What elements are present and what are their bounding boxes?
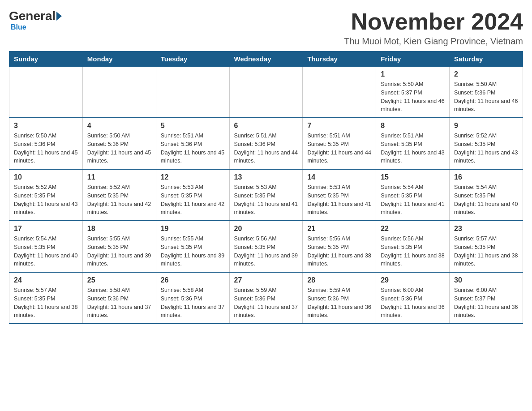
day-info: Sunrise: 5:59 AMSunset: 5:36 PMDaylight:…	[234, 286, 298, 320]
calendar-cell: 27Sunrise: 5:59 AMSunset: 5:36 PMDayligh…	[229, 272, 303, 324]
day-info: Sunrise: 6:00 AMSunset: 5:36 PMDaylight:…	[381, 286, 445, 320]
day-number: 18	[87, 225, 151, 233]
day-number: 26	[161, 276, 225, 284]
calendar-cell: 10Sunrise: 5:52 AMSunset: 5:35 PMDayligh…	[9, 169, 83, 221]
day-number: 22	[381, 225, 445, 233]
calendar-week-row: 10Sunrise: 5:52 AMSunset: 5:35 PMDayligh…	[9, 169, 523, 221]
calendar-cell: 11Sunrise: 5:52 AMSunset: 5:35 PMDayligh…	[82, 169, 156, 221]
title-section: November 2024 Thu Muoi Mot, Kien Giang P…	[344, 9, 523, 47]
day-number: 8	[381, 122, 445, 130]
calendar-cell: 13Sunrise: 5:53 AMSunset: 5:35 PMDayligh…	[229, 169, 303, 221]
calendar-cell: 16Sunrise: 5:54 AMSunset: 5:35 PMDayligh…	[450, 169, 523, 221]
day-number: 5	[161, 122, 225, 130]
day-info: Sunrise: 5:54 AMSunset: 5:35 PMDaylight:…	[454, 183, 518, 217]
day-number: 10	[14, 173, 78, 181]
calendar-cell: 12Sunrise: 5:53 AMSunset: 5:35 PMDayligh…	[156, 169, 229, 221]
logo-blue-text: Blue	[11, 23, 26, 31]
day-info: Sunrise: 5:57 AMSunset: 5:35 PMDaylight:…	[454, 235, 518, 268]
calendar-cell: 19Sunrise: 5:55 AMSunset: 5:35 PMDayligh…	[156, 221, 229, 272]
day-info: Sunrise: 5:51 AMSunset: 5:35 PMDaylight:…	[381, 132, 445, 165]
calendar-week-row: 1Sunrise: 5:50 AMSunset: 5:37 PMDaylight…	[9, 67, 523, 118]
day-info: Sunrise: 5:51 AMSunset: 5:36 PMDaylight:…	[161, 132, 225, 165]
calendar-cell: 22Sunrise: 5:56 AMSunset: 5:35 PMDayligh…	[376, 221, 450, 272]
calendar-cell: 15Sunrise: 5:54 AMSunset: 5:35 PMDayligh…	[376, 169, 450, 221]
calendar-cell	[9, 67, 83, 118]
weekday-header: Wednesday	[229, 51, 303, 67]
day-number: 25	[87, 276, 151, 284]
logo: General Blue	[9, 9, 63, 31]
day-number: 27	[234, 276, 298, 284]
day-number: 15	[381, 173, 445, 181]
day-number: 2	[454, 70, 518, 78]
weekday-header: Tuesday	[156, 51, 229, 67]
day-number: 19	[161, 225, 225, 233]
day-info: Sunrise: 5:51 AMSunset: 5:35 PMDaylight:…	[307, 132, 371, 165]
calendar-cell	[303, 67, 376, 118]
day-number: 4	[87, 122, 151, 130]
calendar-table: SundayMondayTuesdayWednesdayThursdayFrid…	[9, 51, 523, 324]
calendar-cell: 28Sunrise: 5:59 AMSunset: 5:36 PMDayligh…	[303, 272, 376, 324]
day-number: 7	[307, 122, 371, 130]
day-info: Sunrise: 5:59 AMSunset: 5:36 PMDaylight:…	[307, 286, 371, 320]
day-info: Sunrise: 5:50 AMSunset: 5:36 PMDaylight:…	[454, 80, 518, 114]
calendar-cell: 1Sunrise: 5:50 AMSunset: 5:37 PMDaylight…	[376, 67, 450, 118]
day-number: 13	[234, 173, 298, 181]
calendar-cell: 3Sunrise: 5:50 AMSunset: 5:36 PMDaylight…	[9, 118, 83, 169]
calendar-cell	[229, 67, 303, 118]
calendar-cell: 23Sunrise: 5:57 AMSunset: 5:35 PMDayligh…	[450, 221, 523, 272]
day-number: 20	[234, 225, 298, 233]
day-info: Sunrise: 5:55 AMSunset: 5:35 PMDaylight:…	[161, 235, 225, 268]
calendar-cell: 6Sunrise: 5:51 AMSunset: 5:36 PMDaylight…	[229, 118, 303, 169]
calendar-cell: 25Sunrise: 5:58 AMSunset: 5:36 PMDayligh…	[82, 272, 156, 324]
day-info: Sunrise: 5:54 AMSunset: 5:35 PMDaylight:…	[381, 183, 445, 217]
calendar-cell: 7Sunrise: 5:51 AMSunset: 5:35 PMDaylight…	[303, 118, 376, 169]
calendar-header-row: SundayMondayTuesdayWednesdayThursdayFrid…	[9, 51, 523, 67]
day-number: 3	[14, 122, 78, 130]
day-info: Sunrise: 5:58 AMSunset: 5:36 PMDaylight:…	[87, 286, 151, 320]
calendar-week-row: 17Sunrise: 5:54 AMSunset: 5:35 PMDayligh…	[9, 221, 523, 272]
calendar-cell: 17Sunrise: 5:54 AMSunset: 5:35 PMDayligh…	[9, 221, 83, 272]
day-info: Sunrise: 5:50 AMSunset: 5:36 PMDaylight:…	[87, 132, 151, 165]
day-info: Sunrise: 5:50 AMSunset: 5:37 PMDaylight:…	[381, 80, 445, 114]
day-number: 21	[307, 225, 371, 233]
calendar-cell: 8Sunrise: 5:51 AMSunset: 5:35 PMDaylight…	[376, 118, 450, 169]
day-info: Sunrise: 5:57 AMSunset: 5:35 PMDaylight:…	[14, 286, 78, 320]
day-info: Sunrise: 5:53 AMSunset: 5:35 PMDaylight:…	[161, 183, 225, 217]
day-info: Sunrise: 5:52 AMSunset: 5:35 PMDaylight:…	[87, 183, 151, 217]
logo-general-text: General	[9, 9, 56, 23]
day-number: 24	[14, 276, 78, 284]
day-info: Sunrise: 6:00 AMSunset: 5:37 PMDaylight:…	[454, 286, 518, 320]
day-info: Sunrise: 5:52 AMSunset: 5:35 PMDaylight:…	[454, 132, 518, 165]
calendar-cell	[82, 67, 156, 118]
calendar-cell: 21Sunrise: 5:56 AMSunset: 5:35 PMDayligh…	[303, 221, 376, 272]
calendar-cell: 2Sunrise: 5:50 AMSunset: 5:36 PMDaylight…	[450, 67, 523, 118]
day-number: 11	[87, 173, 151, 181]
day-number: 17	[14, 225, 78, 233]
day-info: Sunrise: 5:52 AMSunset: 5:35 PMDaylight:…	[14, 183, 78, 217]
location-title: Thu Muoi Mot, Kien Giang Province, Vietn…	[344, 36, 523, 47]
day-info: Sunrise: 5:58 AMSunset: 5:36 PMDaylight:…	[161, 286, 225, 320]
day-number: 6	[234, 122, 298, 130]
weekday-header: Monday	[82, 51, 156, 67]
calendar-cell: 26Sunrise: 5:58 AMSunset: 5:36 PMDayligh…	[156, 272, 229, 324]
weekday-header: Friday	[376, 51, 450, 67]
calendar-cell: 24Sunrise: 5:57 AMSunset: 5:35 PMDayligh…	[9, 272, 83, 324]
day-number: 16	[454, 173, 518, 181]
weekday-header: Thursday	[303, 51, 376, 67]
calendar-cell: 18Sunrise: 5:55 AMSunset: 5:35 PMDayligh…	[82, 221, 156, 272]
calendar-cell	[156, 67, 229, 118]
day-info: Sunrise: 5:51 AMSunset: 5:36 PMDaylight:…	[234, 132, 298, 165]
day-number: 12	[161, 173, 225, 181]
day-info: Sunrise: 5:50 AMSunset: 5:36 PMDaylight:…	[14, 132, 78, 165]
day-info: Sunrise: 5:53 AMSunset: 5:35 PMDaylight:…	[234, 183, 298, 217]
weekday-header: Saturday	[450, 51, 523, 67]
calendar-cell: 4Sunrise: 5:50 AMSunset: 5:36 PMDaylight…	[82, 118, 156, 169]
day-info: Sunrise: 5:56 AMSunset: 5:35 PMDaylight:…	[381, 235, 445, 268]
day-info: Sunrise: 5:55 AMSunset: 5:35 PMDaylight:…	[87, 235, 151, 268]
page-header: General Blue November 2024 Thu Muoi Mot,…	[9, 9, 523, 47]
day-info: Sunrise: 5:54 AMSunset: 5:35 PMDaylight:…	[14, 235, 78, 268]
calendar-cell: 20Sunrise: 5:56 AMSunset: 5:35 PMDayligh…	[229, 221, 303, 272]
calendar-cell: 30Sunrise: 6:00 AMSunset: 5:37 PMDayligh…	[450, 272, 523, 324]
weekday-header: Sunday	[9, 51, 83, 67]
day-number: 1	[381, 70, 445, 78]
